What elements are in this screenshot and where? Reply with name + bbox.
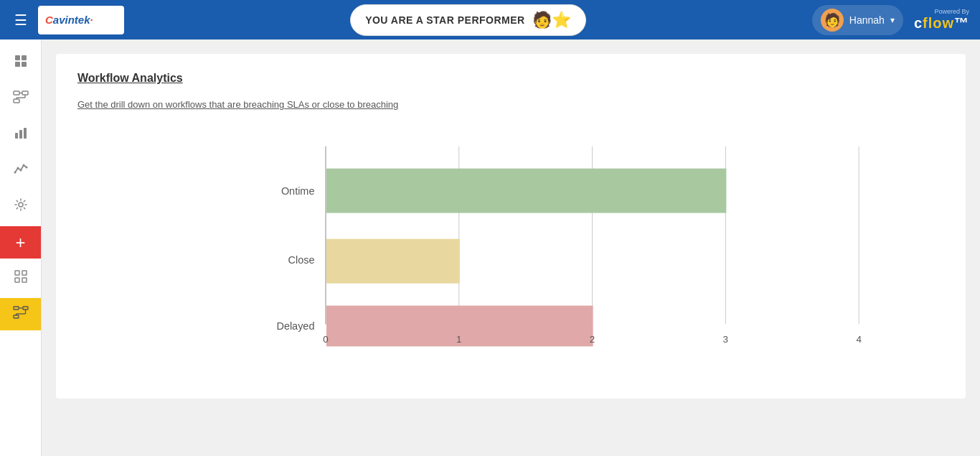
svg-point-18 bbox=[25, 167, 27, 169]
avatar: 🧑 bbox=[821, 9, 844, 32]
svg-point-17 bbox=[22, 164, 24, 167]
reports-icon bbox=[14, 162, 28, 180]
y-label-ontime: Ontime bbox=[281, 185, 315, 197]
svg-rect-0 bbox=[15, 55, 20, 60]
svg-rect-12 bbox=[19, 130, 22, 139]
logo: Cavintek· bbox=[38, 6, 124, 34]
svg-rect-20 bbox=[15, 271, 19, 275]
bar-chart: Ontime Close Delayed 0 1 2 3 4 bbox=[77, 131, 944, 361]
y-label-close: Close bbox=[288, 254, 315, 266]
page-title: Workflow Analytics bbox=[77, 72, 944, 85]
svg-rect-25 bbox=[23, 307, 28, 310]
sidebar-item-workflow-analytics[interactable] bbox=[0, 298, 41, 330]
page-subtitle: Get the drill down on workflows that are… bbox=[77, 99, 944, 110]
grid-icon bbox=[14, 269, 28, 287]
add-icon: + bbox=[15, 233, 25, 253]
y-label-delayed: Delayed bbox=[276, 320, 314, 332]
content-area: Workflow Analytics Get the drill down on… bbox=[42, 39, 980, 456]
logo-text: Cavintek· bbox=[45, 14, 93, 26]
svg-rect-22 bbox=[15, 278, 19, 282]
sidebar-item-analytics[interactable] bbox=[0, 118, 41, 151]
chart-container: Ontime Close Delayed 0 1 2 3 4 bbox=[77, 131, 944, 361]
svg-point-19 bbox=[19, 203, 23, 207]
svg-point-16 bbox=[19, 169, 22, 172]
x-label-4: 4 bbox=[856, 334, 862, 345]
star-performer-badge: YOU ARE A STAR PERFORMER 🧑‍⭐ bbox=[350, 4, 586, 36]
svg-point-15 bbox=[17, 167, 19, 169]
x-label-0: 0 bbox=[323, 334, 328, 345]
menu-button[interactable]: ☰ bbox=[11, 8, 31, 32]
x-label-3: 3 bbox=[723, 334, 728, 345]
sidebar-item-dashboard[interactable] bbox=[0, 47, 41, 79]
x-label-1: 1 bbox=[456, 334, 461, 345]
bar-close bbox=[326, 239, 460, 284]
header-center: YOU ARE A STAR PERFORMER 🧑‍⭐ bbox=[131, 4, 805, 36]
svg-rect-21 bbox=[22, 271, 27, 275]
sidebar-item-reports[interactable] bbox=[0, 154, 41, 187]
workflow-icon bbox=[13, 90, 29, 107]
powered-by-text: Powered By bbox=[934, 8, 969, 15]
content-card: Workflow Analytics Get the drill down on… bbox=[56, 54, 966, 399]
svg-rect-1 bbox=[22, 55, 27, 60]
svg-rect-11 bbox=[15, 133, 18, 139]
sidebar-item-settings[interactable] bbox=[0, 190, 41, 223]
svg-rect-23 bbox=[22, 278, 27, 282]
header: ☰ Cavintek· YOU ARE A STAR PERFORMER 🧑‍⭐… bbox=[0, 0, 980, 39]
svg-rect-3 bbox=[22, 62, 27, 67]
gear-icon bbox=[14, 197, 28, 215]
main-layout: + bbox=[0, 39, 980, 456]
header-right: 🧑 Hannah ▾ Powered By cflow™ bbox=[812, 5, 969, 35]
user-profile[interactable]: 🧑 Hannah ▾ bbox=[812, 5, 903, 35]
svg-rect-5 bbox=[22, 91, 28, 95]
analytics-icon bbox=[14, 126, 28, 144]
sidebar-item-workflow[interactable] bbox=[0, 83, 41, 115]
cflow-logo: cflow™ bbox=[914, 15, 969, 32]
cflow-brand: Powered By cflow™ bbox=[914, 8, 969, 32]
svg-point-14 bbox=[14, 172, 16, 174]
sidebar-item-add[interactable]: + bbox=[0, 226, 41, 259]
sidebar: + bbox=[0, 39, 42, 456]
svg-rect-6 bbox=[14, 99, 19, 103]
svg-rect-4 bbox=[14, 91, 19, 95]
x-label-2: 2 bbox=[590, 334, 595, 345]
dashboard-icon bbox=[14, 54, 28, 72]
svg-rect-13 bbox=[24, 128, 27, 139]
star-mascot-icon: 🧑‍⭐ bbox=[532, 11, 571, 29]
svg-rect-26 bbox=[14, 315, 19, 318]
star-performer-text: YOU ARE A STAR PERFORMER bbox=[365, 14, 525, 26]
workflow-analytics-icon bbox=[13, 306, 29, 322]
svg-rect-2 bbox=[15, 62, 20, 67]
sidebar-item-grid[interactable] bbox=[0, 262, 41, 294]
user-name: Hannah bbox=[849, 14, 885, 26]
chevron-down-icon: ▾ bbox=[890, 15, 895, 25]
svg-rect-24 bbox=[14, 307, 19, 310]
bar-ontime bbox=[326, 169, 726, 213]
